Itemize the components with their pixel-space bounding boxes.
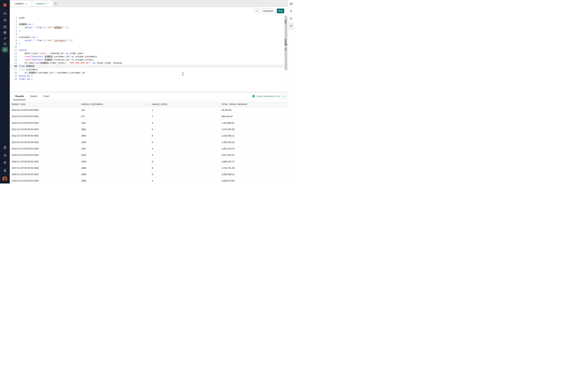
table-cell: 2,453,253.32 <box>222 141 288 144</box>
tab-chart[interactable]: Chart <box>43 92 49 100</box>
main-area: Untitled 1×Untitled 1×+ ••• Bookmark Run… <box>10 0 288 184</box>
table-row[interactable]: 2022-01-01T00:00:00.000Z290262,325,556.1… <box>10 133 288 139</box>
run-button[interactable]: Run <box>277 8 284 13</box>
line-number: 11 <box>10 49 17 52</box>
table-cell: 2025-01-01T00:00:00.000Z <box>11 154 81 156</box>
sidebar-main-group <box>0 24 10 52</box>
rail-item-bookmark[interactable] <box>288 8 294 15</box>
column-header-unique_customers[interactable]: UNIQUE_CUSTOMERS <box>81 103 152 105</box>
table-row[interactable]: 2025-01-01T00:00:00.000Z293262,617,453.3… <box>10 152 288 158</box>
table-row[interactable]: 2029-01-01T00:00:00.000Z295462,845,473.9… <box>10 178 288 184</box>
line-content: order by 1 <box>19 77 33 81</box>
sidebar-item-headset[interactable] <box>0 151 10 159</box>
column-header-order_year[interactable]: ORDER_YEAR <box>11 103 81 105</box>
line-number: 15 <box>10 61 17 65</box>
table-row[interactable]: 2028-01-01T00:00:00.000Z294962,808,539.0… <box>10 171 288 178</box>
table-cell: 2,808,539.01 <box>222 173 288 176</box>
editor-scrollbar[interactable] <box>285 16 287 70</box>
line-number: 8 <box>10 39 17 42</box>
table-cell: 2661 <box>81 128 152 131</box>
line-content: count(distinct orders.customer_id) as un… <box>19 55 98 58</box>
table-cell: 1 <box>152 109 222 111</box>
code-line-13: 13 count(distinct orders.customer_id) as… <box>10 55 284 58</box>
close-icon[interactable]: × <box>47 2 48 5</box>
document-tab-2[interactable]: Untitled 1× <box>32 1 52 6</box>
table-cell: 221 <box>81 109 152 111</box>
sidebar-item-code-window[interactable] <box>0 30 10 35</box>
table-row[interactable]: 2026-01-01T00:00:00.000Z294462,690,570.7… <box>10 158 288 165</box>
scrollbar-mark <box>285 20 286 24</box>
line-content: select * from {{ ref('customers') }} <box>19 39 73 42</box>
sidebar-item-dashboard[interactable] <box>0 24 10 30</box>
line-number: 4 <box>10 26 17 29</box>
sidebar-item-home[interactable] <box>0 10 10 17</box>
sql-editor[interactable]: 1with23orders as (4 select * from {{ ref… <box>10 15 288 92</box>
inbox-icon <box>2 17 8 23</box>
table-header: ORDER_YEARUNIQUE_CUSTOMERSUNIQUE_CITIEST… <box>10 102 288 107</box>
scrollbar-thumb[interactable] <box>285 39 286 44</box>
home-icon <box>2 10 8 16</box>
new-tab-button[interactable]: + <box>53 1 59 6</box>
user-avatar[interactable] <box>2 177 7 181</box>
sidebar-item-clipboard[interactable] <box>0 144 10 151</box>
close-icon[interactable]: × <box>26 2 27 5</box>
table-row[interactable]: 2024-01-01T00:00:00.000Z292762,551,076.7… <box>10 146 288 152</box>
code-window-icon <box>2 30 8 35</box>
text-caret <box>34 65 34 67</box>
code-area: 1with23orders as (4 select * from {{ ref… <box>10 16 284 81</box>
table-cell: 2,325,556.11 <box>222 134 288 137</box>
scrollbar-cursor-mark <box>285 44 287 45</box>
table-cell: 6 <box>152 128 222 131</box>
table-cell: 2902 <box>81 134 152 137</box>
column-header-total_order_revenue[interactable]: TOTAL_ORDER_REVENUE <box>222 103 288 105</box>
headset-icon <box>2 152 8 158</box>
sidebar-item-terminal[interactable] <box>0 47 10 52</box>
line-content: count(distinct orders.location_id) as un… <box>19 58 94 61</box>
rail-item-ai-chat[interactable] <box>288 22 294 30</box>
table-cell: 1,115,869.51 <box>222 122 288 124</box>
sidebar-item-windows[interactable] <box>0 35 10 41</box>
table-cell: 6 <box>152 167 222 169</box>
line-content: with <box>19 16 25 19</box>
line-content: on orders.customer_id = customers.custom… <box>19 71 85 74</box>
table-row[interactable]: 2020-01-01T00:00:00.000Z191741,115,869.5… <box>10 120 288 126</box>
table-row[interactable]: 2027-01-01T00:00:00.000Z294662,742,751.3… <box>10 165 288 171</box>
tab-details[interactable]: Details <box>30 92 37 100</box>
sidebar-item-inbox[interactable] <box>0 17 10 24</box>
line-content: from orders <box>19 65 34 68</box>
table-row[interactable]: 2021-01-01T00:00:00.000Z266161,871,800.8… <box>10 126 288 133</box>
bookmark-icon <box>290 9 293 13</box>
line-content: ) <box>19 42 21 45</box>
line-number: 13 <box>10 55 17 58</box>
document-tab-1[interactable]: Untitled 1× <box>11 1 31 6</box>
sidebar-item-book[interactable] <box>0 159 10 167</box>
table-cell: 2026-01-01T00:00:00.000Z <box>11 160 81 163</box>
code-line-18: 18 on orders.customer_id = customers.cus… <box>10 71 284 74</box>
book-icon <box>2 160 8 166</box>
column-header-unique_cities[interactable]: UNIQUE_CITIES <box>152 103 222 105</box>
app-logo[interactable] <box>0 0 10 10</box>
line-number: 5 <box>10 29 17 33</box>
table-cell: 6 <box>152 160 222 163</box>
more-options-button[interactable]: ••• <box>254 8 260 13</box>
bookmark-button[interactable]: Bookmark <box>261 8 275 13</box>
table-row[interactable]: 2018-01-01T00:00:00.000Z221144,442.65 <box>10 107 288 113</box>
table-cell: 2021-01-01T00:00:00.000Z <box>11 128 81 131</box>
table-row[interactable]: 2023-01-01T00:00:00.000Z293062,453,253.3… <box>10 139 288 145</box>
line-number: 18 <box>10 71 17 74</box>
sidebar-item-compass[interactable] <box>0 41 10 47</box>
table-cell: 6 <box>152 179 222 182</box>
results-more-button[interactable]: ••• <box>281 93 287 99</box>
rail-item-compass[interactable] <box>288 0 294 8</box>
line-number: 3 <box>10 23 17 26</box>
rail-item-history[interactable] <box>288 15 294 22</box>
sidebar-item-building[interactable] <box>0 167 10 174</box>
tab-results[interactable]: Results <box>15 92 24 100</box>
table-cell: 6 <box>152 134 222 137</box>
line-number: 12 <box>10 52 17 55</box>
table-cell: 1,871,800.85 <box>222 128 288 131</box>
code-line-15: 15 to_char(sum(orders.order_total), '999… <box>10 61 284 65</box>
results-panel: ResultsDetailsChart Query completed in 4… <box>10 92 288 184</box>
code-line-7: 7customers as ( <box>10 36 284 39</box>
table-row[interactable]: 2019-01-01T00:00:00.000Z9772494,818.00 <box>10 113 288 120</box>
